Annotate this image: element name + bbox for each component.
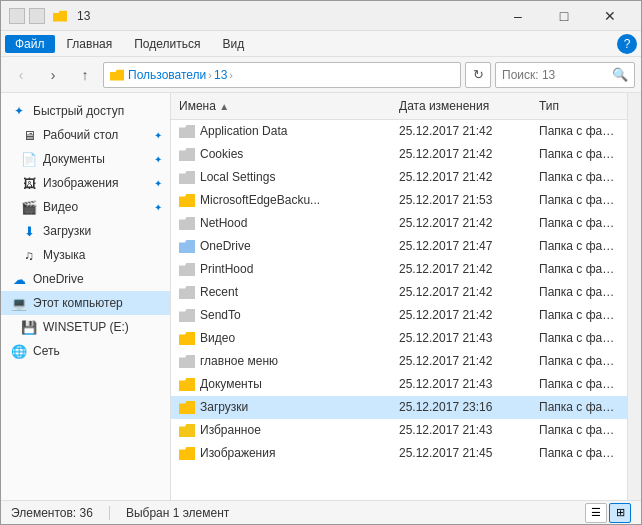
menu-item-view[interactable]: Вид: [212, 35, 254, 53]
documents-pin: ✦: [154, 154, 162, 165]
table-row[interactable]: главное меню 25.12.2017 21:42 Папка с фа…: [171, 350, 627, 373]
file-cell-type: Папка с файлами: [531, 236, 627, 256]
file-cell-type: Папка с файлами: [531, 259, 627, 279]
winsetup-icon: 💾: [21, 319, 37, 335]
menu-item-home[interactable]: Главная: [57, 35, 123, 53]
sidebar-item-video[interactable]: 🎬 Видео ✦: [1, 195, 170, 219]
file-cell-name: PrintHood: [171, 259, 391, 279]
toolbar: ‹ › ↑ Пользователи › 13 › ↻ 🔍: [1, 57, 641, 93]
sidebar-item-label-this-pc: Этот компьютер: [33, 296, 162, 310]
col-header-name[interactable]: Имена ▲: [171, 95, 391, 117]
minimize-button[interactable]: –: [495, 1, 541, 31]
file-cell-type: Папка с файлами: [531, 420, 627, 440]
sidebar-item-network[interactable]: 🌐 Сеть: [1, 339, 170, 363]
file-cell-type: Папка с файлами: [531, 443, 627, 463]
items-count: Элементов: 36: [11, 506, 93, 520]
table-row[interactable]: OneDrive 25.12.2017 21:47 Папка с файлам…: [171, 235, 627, 258]
desktop-pin: ✦: [154, 130, 162, 141]
back-button[interactable]: ‹: [7, 62, 35, 88]
file-cell-name: SendTo: [171, 305, 391, 325]
window-title: 13: [77, 9, 495, 23]
file-cell-type: Папка с файлами: [531, 144, 627, 164]
table-row[interactable]: PrintHood 25.12.2017 21:42 Папка с файла…: [171, 258, 627, 281]
file-name-label: Изображения: [200, 446, 275, 460]
view-list-btn[interactable]: ☰: [585, 503, 607, 523]
table-row[interactable]: Видео 25.12.2017 21:43 Папка с файлами: [171, 327, 627, 350]
file-folder-icon: [179, 216, 195, 230]
help-button[interactable]: ?: [617, 34, 637, 54]
file-folder-icon: [179, 331, 195, 345]
sidebar-item-images[interactable]: 🖼 Изображения ✦: [1, 171, 170, 195]
search-input[interactable]: [502, 68, 608, 82]
menu-item-share[interactable]: Поделиться: [124, 35, 210, 53]
sidebar-item-downloads[interactable]: ⬇ Загрузки: [1, 219, 170, 243]
file-folder-icon: [179, 239, 195, 253]
table-row[interactable]: Cookies 25.12.2017 21:42 Папка с файлами: [171, 143, 627, 166]
table-row[interactable]: NetHood 25.12.2017 21:42 Папка с файлами: [171, 212, 627, 235]
file-cell-type: Папка с файлами: [531, 305, 627, 325]
close-button[interactable]: ✕: [587, 1, 633, 31]
selected-count: Выбран 1 элемент: [126, 506, 229, 520]
file-folder-icon: [179, 354, 195, 368]
sidebar-item-desktop[interactable]: 🖥 Рабочий стол ✦: [1, 123, 170, 147]
file-name-label: Recent: [200, 285, 238, 299]
table-row[interactable]: Избранное 25.12.2017 21:43 Папка с файла…: [171, 419, 627, 442]
table-row[interactable]: Recent 25.12.2017 21:42 Папка с файлами: [171, 281, 627, 304]
file-cell-name: Local Settings: [171, 167, 391, 187]
table-row[interactable]: ➜ Загрузки 25.12.2017 23:16 Папка с файл…: [171, 396, 627, 419]
file-name-label: SendTo: [200, 308, 241, 322]
file-cell-date: 25.12.2017 21:42: [391, 351, 531, 371]
video-pin: ✦: [154, 202, 162, 213]
documents-icon: 📄: [21, 151, 37, 167]
table-row[interactable]: Application Data 25.12.2017 21:42 Папка …: [171, 120, 627, 143]
title-bar-icon-2: [29, 8, 45, 24]
explorer-window: 13 – □ ✕ Файл Главная Поделиться Вид ? ‹…: [0, 0, 642, 525]
file-folder-icon: [179, 308, 195, 322]
file-folder-icon: [179, 147, 195, 161]
sidebar-item-music[interactable]: ♫ Музыка: [1, 243, 170, 267]
address-bar[interactable]: Пользователи › 13 ›: [103, 62, 461, 88]
table-row[interactable]: SendTo 25.12.2017 21:42 Папка с файлами: [171, 304, 627, 327]
file-cell-name: Cookies: [171, 144, 391, 164]
sidebar-item-label-images: Изображения: [43, 176, 148, 190]
sidebar-item-quick-access[interactable]: ✦ Быстрый доступ: [1, 99, 170, 123]
this-pc-icon: 💻: [11, 295, 27, 311]
menu-item-file[interactable]: Файл: [5, 35, 55, 53]
address-crumb-1[interactable]: Пользователи: [128, 68, 206, 82]
file-cell-date: 25.12.2017 21:42: [391, 282, 531, 302]
sidebar-item-label-downloads: Загрузки: [43, 224, 162, 238]
view-details-btn[interactable]: ⊞: [609, 503, 631, 523]
forward-button[interactable]: ›: [39, 62, 67, 88]
col-header-type[interactable]: Тип: [531, 95, 627, 117]
sidebar-item-label-winsetup: WINSETUP (E:): [43, 320, 162, 334]
table-row[interactable]: Документы 25.12.2017 21:43 Папка с файла…: [171, 373, 627, 396]
file-name-label: Документы: [200, 377, 262, 391]
col-header-date[interactable]: Дата изменения: [391, 95, 531, 117]
address-text: Пользователи › 13 ›: [128, 68, 233, 82]
address-crumb-2[interactable]: 13: [214, 68, 227, 82]
music-icon: ♫: [21, 247, 37, 263]
file-cell-type: Папка с файлами: [531, 121, 627, 141]
sidebar-item-documents[interactable]: 📄 Документы ✦: [1, 147, 170, 171]
up-button[interactable]: ↑: [71, 62, 99, 88]
scrollbar-area[interactable]: [627, 93, 641, 500]
refresh-button[interactable]: ↻: [465, 62, 491, 88]
table-row[interactable]: Изображения 25.12.2017 21:45 Папка с фай…: [171, 442, 627, 465]
file-cell-date: 25.12.2017 21:42: [391, 121, 531, 141]
table-row[interactable]: Local Settings 25.12.2017 21:42 Папка с …: [171, 166, 627, 189]
status-divider: [109, 506, 110, 520]
file-cell-date: 25.12.2017 21:43: [391, 374, 531, 394]
sidebar-item-winsetup[interactable]: 💾 WINSETUP (E:): [1, 315, 170, 339]
file-name-label: NetHood: [200, 216, 247, 230]
table-row[interactable]: MicrosoftEdgeBacku... 25.12.2017 21:53 П…: [171, 189, 627, 212]
file-list-header: Имена ▲ Дата изменения Тип: [171, 93, 627, 120]
maximize-button[interactable]: □: [541, 1, 587, 31]
quick-access-icon: ✦: [11, 103, 27, 119]
sidebar-item-this-pc[interactable]: 💻 Этот компьютер: [1, 291, 170, 315]
sidebar-item-onedrive[interactable]: ☁ OneDrive: [1, 267, 170, 291]
file-name-label: PrintHood: [200, 262, 253, 276]
title-bar-icons: [9, 8, 45, 24]
file-folder-icon: [179, 377, 195, 391]
file-name-label: Cookies: [200, 147, 243, 161]
window-controls: – □ ✕: [495, 1, 633, 31]
